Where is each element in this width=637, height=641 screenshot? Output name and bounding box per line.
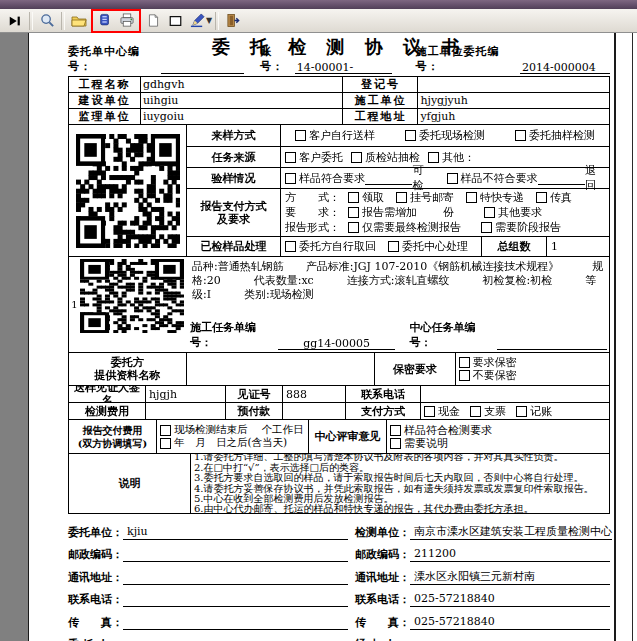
option-label: 份 — [443, 205, 454, 220]
option-label: 样品符合要求 — [299, 171, 365, 186]
project-info-table: 工程名称 gdhgvh 登记号 建设单位 uihgiu 施工单位 hjygjyu… — [68, 76, 610, 125]
fee-value — [146, 403, 226, 419]
docs-label: 委托方 提供资料名称 — [69, 353, 187, 385]
checkbox-icon[interactable] — [459, 370, 470, 381]
checkbox-icon[interactable] — [348, 192, 359, 203]
checkbox-icon[interactable] — [348, 207, 359, 218]
checkbox-icon[interactable] — [295, 130, 306, 141]
option-label: 其他要求 — [498, 205, 542, 220]
pen-dropdown-icon[interactable]: ▼ — [206, 16, 212, 25]
checkbox-icon[interactable] — [390, 425, 401, 436]
verify-row: 验样情况 样品符合要求 可检 样品不符合要求 退回 — [187, 168, 609, 189]
handler-value — [407, 637, 610, 641]
witness-phone-label: 联系电话 — [346, 386, 421, 402]
checkbox-icon[interactable] — [390, 438, 401, 449]
verify-blank — [538, 172, 585, 185]
center-task-no-value — [497, 337, 607, 350]
checkbox-icon[interactable] — [160, 438, 171, 449]
project-name-label: 工程名称 — [69, 77, 141, 93]
toolbar: ▼ — [0, 9, 637, 33]
witness-label: 送样见证人签名 — [69, 386, 146, 402]
option-label: 需要说明 — [404, 436, 448, 451]
checkbox-icon[interactable] — [516, 406, 527, 417]
option-label: 支票 — [484, 404, 506, 419]
test-unit-value: 南京市溧水区建筑安装工程质量检测中心 — [410, 525, 612, 540]
checkbox-icon[interactable] — [285, 152, 296, 163]
review-label: 中心评审意见 — [309, 420, 387, 453]
disposal-label: 已检样品处理 — [187, 237, 281, 256]
viewer-background — [0, 33, 28, 641]
open-folder-icon[interactable] — [69, 11, 89, 31]
task-source-row: 任务来源 客户委托 质检站抽检 其他： — [187, 147, 609, 168]
note-line: 3.委托方要求自选取回的样品，请于索取报告时间后七天内取回，否则中心将自行处理。 — [194, 473, 584, 483]
checkbox-icon[interactable] — [459, 357, 470, 368]
checkbox-icon[interactable] — [388, 241, 399, 252]
client-phone-row: 联系电话： — [68, 585, 348, 608]
table-row: 工程名称 gdhgvh 登记号 — [69, 77, 610, 93]
total-groups-label: 总组数 — [481, 237, 546, 256]
checkbox-icon[interactable] — [481, 222, 492, 233]
checkbox-icon[interactable] — [405, 130, 416, 141]
client-unit-value: kjiu — [123, 525, 348, 540]
toolbar-separator — [215, 12, 219, 30]
center-no-field — [161, 61, 244, 74]
arrival-label: 来样方式 — [187, 125, 281, 146]
checkbox-icon[interactable] — [515, 130, 526, 141]
address-value: 溧水区永阳镇三元新村南 — [410, 570, 610, 585]
notes-label: 说明 — [69, 454, 191, 513]
new-page-icon[interactable] — [143, 11, 163, 31]
phone-label: 联系电话： — [355, 592, 410, 607]
checkbox-icon[interactable] — [351, 152, 362, 163]
copy-document-icon[interactable] — [95, 11, 115, 31]
test-fax-row: 传 真： 025-57218840 — [355, 607, 610, 630]
address-label: 通讯地址： — [355, 570, 410, 585]
note-line: 6.由中心代办邮寄、托运的样品和特快专递的报告，其代办费由委托方承担。 — [194, 504, 534, 513]
builder-label: 建设单位 — [69, 93, 141, 109]
sample-options-table: 来样方式 客户自行送样 委托现场检测 委托抽样检测 任务来源 客户委托 质检站抽… — [68, 125, 610, 257]
site-task-no-value: gg14-00005 — [278, 337, 396, 350]
option-label: 委托现场检测 — [419, 128, 485, 143]
checkbox-icon[interactable] — [447, 173, 458, 184]
fax-label: 传 真： — [355, 615, 410, 630]
checkbox-icon[interactable] — [466, 192, 477, 203]
checkbox-icon[interactable] — [428, 152, 439, 163]
option-label: 其他： — [442, 150, 475, 165]
toolbar-separator — [29, 12, 33, 30]
pay-method-label: 支付方式 — [346, 403, 421, 419]
exit-icon[interactable] — [223, 11, 243, 31]
checkbox-icon[interactable] — [424, 406, 435, 417]
option-label: 委托方自行取回 — [299, 239, 376, 254]
supervisor-label: 监理单位 — [69, 109, 141, 125]
rectangle-icon[interactable] — [165, 11, 185, 31]
option-label: 现金 — [438, 404, 460, 419]
checkbox-icon[interactable] — [470, 406, 481, 417]
checkbox-icon[interactable] — [536, 192, 547, 203]
client-unit-label: 委托单位： — [68, 525, 123, 540]
client-unit-row: 委托单位： kjiu — [68, 517, 348, 540]
registry-no-label: 登记号 — [343, 77, 418, 93]
checkbox-icon[interactable] — [160, 425, 171, 436]
zoom-icon[interactable] — [37, 11, 57, 31]
handler-label: 经 办 人： — [355, 637, 407, 641]
notes-row: 说明 1.请委托方详细、工整的填写清楚本协议书及附表的各项内容，并对其真实性负责… — [69, 454, 609, 513]
signature-block: 委托单位： kjiu 邮政编码： 通讯地址： 联系电话： — [68, 517, 610, 641]
pen-icon[interactable] — [187, 11, 207, 31]
delivery-label: 报告交付费用 (双方协调填写) — [69, 420, 157, 453]
phone-label: 联系电话： — [68, 592, 123, 607]
printer-icon[interactable] — [117, 11, 137, 31]
account-field: 14-00001- — [295, 61, 392, 74]
checkbox-icon[interactable] — [484, 207, 495, 218]
checkbox-icon[interactable] — [285, 173, 296, 184]
verify-blank — [365, 172, 412, 185]
phone-value — [123, 592, 348, 607]
checkbox-icon[interactable] — [285, 241, 296, 252]
method-label: 方 式： — [285, 190, 340, 205]
checkbox-icon[interactable] — [348, 222, 359, 233]
sample-item-table: 1 品种:普通热轧钢筋 产品标准:JGJ 107-2010《钢筋机械连接技术规程… — [68, 257, 610, 353]
option-label: 年 月 日之后(含当天) — [174, 436, 287, 450]
table-row: 监理单位 iuygoiu 工程地址 yfgjuh — [69, 109, 610, 125]
docs-row: 委托方 提供资料名称 保密要求 要求保密 不要保密 — [69, 353, 609, 386]
table-row: 建设单位 uihgiu 施工单位 hjygjyuh — [69, 93, 610, 109]
checkbox-icon[interactable] — [396, 192, 407, 203]
nav-next-icon[interactable] — [5, 11, 25, 31]
